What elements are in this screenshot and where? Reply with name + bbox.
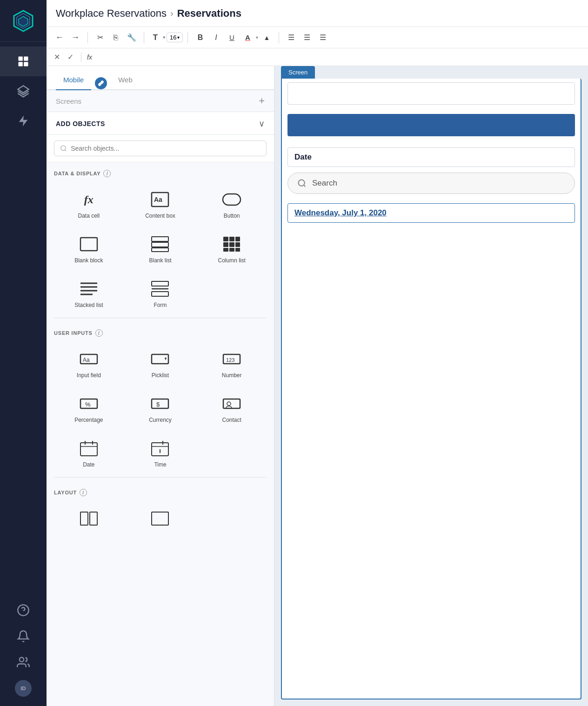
object-button[interactable]: Button: [197, 184, 267, 225]
sidebar-item-avatar[interactable]: ID: [0, 675, 47, 701]
svg-text:$: $: [156, 401, 160, 408]
font-size-selector[interactable]: 16 ▾: [167, 33, 183, 42]
preview-date-box[interactable]: Wednesday, July 1, 2020: [287, 203, 575, 223]
preview-empty-box-top: [287, 82, 575, 105]
user-inputs-grid: Aa Input field Picklist: [54, 343, 267, 473]
search-input-wrap: [54, 140, 267, 156]
svg-marker-2: [19, 16, 28, 27]
object-picklist[interactable]: Picklist: [126, 343, 195, 384]
font-color-arrow: ▾: [256, 35, 258, 40]
object-stacked-list[interactable]: Stacked list: [54, 273, 124, 314]
svg-rect-58: [90, 512, 97, 525]
category-layout-label: LAYOUT i: [54, 489, 267, 496]
percentage-icon: %: [79, 393, 99, 414]
object-blank-block[interactable]: Blank block: [54, 228, 124, 269]
preview-button[interactable]: [287, 114, 575, 136]
input-field-label: Input field: [77, 372, 101, 379]
sidebar-item-notifications[interactable]: [0, 623, 47, 649]
underline-button[interactable]: U: [224, 30, 239, 45]
object-percentage[interactable]: % Percentage: [54, 388, 124, 429]
svg-rect-19: [152, 242, 168, 247]
number-icon: 123: [221, 349, 242, 369]
paste-button[interactable]: 🔧: [124, 30, 139, 45]
font-size-value: 16: [170, 34, 176, 41]
category-user-inputs-label: USER INPUTS i: [54, 329, 267, 337]
category-user-inputs: USER INPUTS i Aa Input field: [47, 322, 274, 481]
blank-block-label: Blank block: [74, 257, 103, 264]
svg-point-48: [227, 402, 231, 406]
align-left-button[interactable]: ☰: [284, 30, 299, 45]
svg-rect-49: [80, 443, 97, 456]
sidebar-item-user[interactable]: [0, 649, 47, 675]
align-right-button[interactable]: ☰: [315, 30, 330, 45]
italic-button[interactable]: I: [208, 30, 223, 45]
undo-button[interactable]: ←: [52, 30, 67, 45]
svg-rect-22: [229, 237, 234, 241]
svg-text:Aa: Aa: [83, 357, 90, 363]
app-logo[interactable]: [0, 0, 47, 42]
svg-rect-4: [24, 57, 28, 61]
search-objects-input[interactable]: [71, 145, 261, 152]
formula-confirm-button[interactable]: ✓: [66, 52, 75, 62]
svg-rect-59: [152, 512, 168, 525]
svg-point-11: [20, 658, 24, 662]
svg-point-60: [299, 180, 305, 186]
user-inputs-info-icon[interactable]: i: [95, 329, 103, 337]
button-icon: [221, 189, 242, 210]
tab-web[interactable]: Web: [111, 70, 140, 90]
object-time[interactable]: Time: [126, 433, 195, 473]
content-box-icon: Aa: [150, 189, 170, 210]
svg-marker-8: [19, 115, 28, 126]
tab-mobile[interactable]: Mobile: [56, 70, 91, 90]
preview-search-pill[interactable]: Search: [287, 173, 575, 194]
picklist-label: Picklist: [152, 372, 169, 379]
button-label: Button: [224, 213, 240, 219]
sidebar-item-grid[interactable]: [0, 47, 47, 76]
svg-rect-29: [235, 248, 240, 252]
search-icon: [60, 145, 67, 152]
column-list-label: Column list: [218, 257, 245, 264]
contact-label: Contact: [222, 417, 241, 423]
redo-button[interactable]: →: [68, 30, 83, 45]
time-icon: [150, 438, 170, 459]
object-layout-2[interactable]: [126, 503, 195, 534]
font-type-button[interactable]: T: [149, 30, 162, 45]
sidebar-item-lightning[interactable]: [0, 106, 47, 136]
object-form[interactable]: Form: [126, 273, 195, 314]
tabs: Mobile Web: [47, 66, 274, 90]
add-objects-chevron[interactable]: ∨: [259, 119, 265, 129]
preview-search-icon: [297, 179, 307, 188]
object-column-list[interactable]: Column list: [197, 228, 267, 269]
layout-1-icon: [79, 508, 99, 529]
formula-cancel-button[interactable]: ✕: [52, 52, 62, 62]
cut-button[interactable]: ✂: [93, 30, 107, 45]
stacked-list-label: Stacked list: [74, 302, 103, 308]
screens-add-button[interactable]: +: [259, 95, 265, 107]
category-divider-1: [54, 318, 267, 318]
object-contact[interactable]: Contact: [197, 388, 267, 429]
align-center-button[interactable]: ☰: [300, 30, 314, 45]
object-currency[interactable]: $ Currency: [126, 388, 195, 429]
font-color-button[interactable]: A: [240, 30, 255, 45]
object-input-field[interactable]: Aa Input field: [54, 343, 124, 384]
sidebar-item-help[interactable]: [0, 597, 47, 623]
object-blank-list[interactable]: Blank list: [126, 228, 195, 269]
object-number[interactable]: 123 Number: [197, 343, 267, 384]
screen-tab[interactable]: Screen: [281, 66, 315, 79]
layout-info-icon[interactable]: i: [80, 489, 87, 496]
object-layout-1[interactable]: [54, 503, 124, 534]
content-box-label: Content box: [145, 213, 175, 219]
object-content-box[interactable]: Aa Content box: [126, 184, 195, 225]
currency-icon: $: [150, 393, 170, 414]
add-objects-panel: ADD OBJECTS ∨ DATA & DISPLAY i: [47, 112, 274, 706]
toolbar-sep-3: [187, 32, 188, 43]
sidebar: ID: [0, 0, 47, 706]
bold-button[interactable]: B: [193, 30, 207, 45]
data-display-info-icon[interactable]: i: [103, 170, 111, 177]
sidebar-item-layers[interactable]: [0, 76, 47, 106]
add-objects-title: ADD OBJECTS: [56, 120, 105, 127]
object-data-cell[interactable]: fx Data cell: [54, 184, 124, 225]
highlight-button[interactable]: ▲: [259, 30, 274, 45]
copy-button[interactable]: ⎘: [108, 30, 123, 45]
object-date[interactable]: Date: [54, 433, 124, 473]
